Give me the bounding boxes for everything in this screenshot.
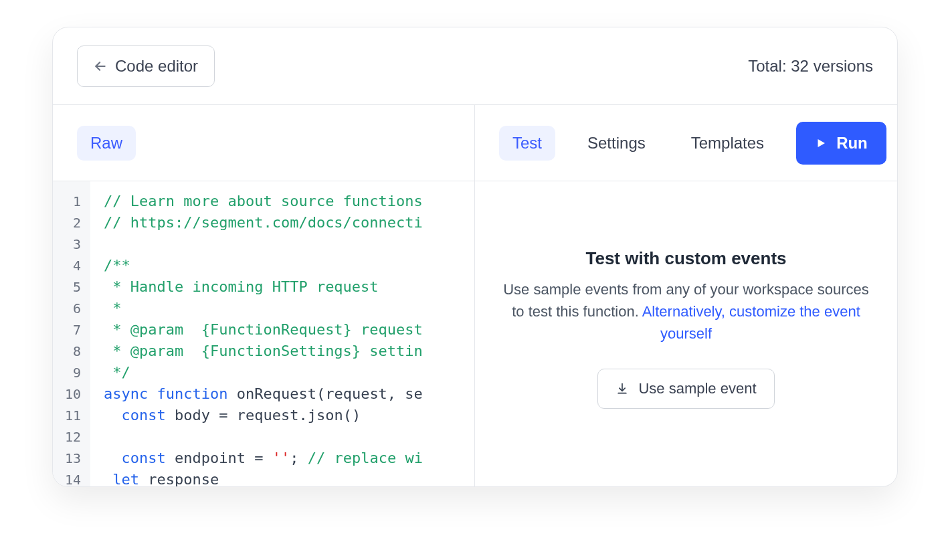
test-panel: Test with custom events Use sample event… [475, 181, 897, 486]
customize-event-link[interactable]: Alternatively, customize the event yours… [642, 303, 860, 342]
svg-marker-1 [818, 139, 826, 147]
back-button-label: Code editor [115, 57, 198, 76]
use-sample-event-button[interactable]: Use sample event [597, 369, 774, 409]
test-panel-description: Use sample events from any of your works… [502, 278, 870, 345]
tab-settings[interactable]: Settings [574, 126, 659, 161]
versions-count: Total: 32 versions [748, 57, 873, 76]
run-button[interactable]: Run [796, 122, 886, 165]
test-pane: Test Settings Templates Run Test with cu… [475, 105, 897, 486]
app-window: Code editor Total: 32 versions Raw 12345… [52, 27, 898, 487]
test-panel-title: Test with custom events [585, 248, 786, 269]
line-number-gutter: 1234567891011121314 [53, 181, 90, 486]
body-split: Raw 1234567891011121314 // Learn more ab… [53, 105, 897, 486]
code-editor[interactable]: 1234567891011121314 // Learn more about … [53, 181, 474, 486]
sample-button-label: Use sample event [638, 380, 756, 397]
editor-pane: Raw 1234567891011121314 // Learn more ab… [53, 105, 475, 486]
header-bar: Code editor Total: 32 versions [53, 27, 897, 105]
code-content[interactable]: // Learn more about source functions// h… [90, 181, 474, 486]
tab-templates[interactable]: Templates [678, 126, 777, 161]
editor-subheader: Raw [53, 105, 474, 181]
back-to-code-editor-button[interactable]: Code editor [77, 45, 215, 87]
run-button-label: Run [836, 134, 868, 153]
download-icon [615, 382, 629, 395]
tab-test[interactable]: Test [499, 126, 555, 161]
play-icon [815, 137, 827, 149]
tab-raw[interactable]: Raw [77, 126, 136, 161]
test-subheader: Test Settings Templates Run [475, 105, 897, 181]
arrow-left-icon [94, 60, 107, 73]
